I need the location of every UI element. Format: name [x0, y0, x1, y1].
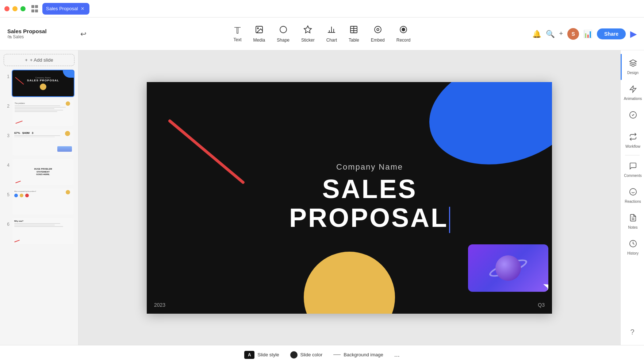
- notification-button[interactable]: 🔔: [532, 30, 541, 38]
- workflow-icon: [629, 133, 637, 143]
- slide-1-inner: Company Name SALES PROPOSAL: [12, 70, 74, 96]
- slide-6-thumbnail[interactable]: Why now?: [12, 217, 74, 245]
- table-tool[interactable]: Table: [349, 25, 359, 43]
- slide-title-text: SALES PROPOSAL: [268, 175, 471, 233]
- background-image-item[interactable]: Background image: [333, 352, 383, 357]
- sidebar-item-reactions[interactable]: Reactions: [621, 183, 644, 209]
- bottom-bar: A Slide style Slide color Background ima…: [0, 345, 644, 364]
- slide-2-thumbnail[interactable]: The problem: [12, 99, 74, 127]
- sidebar-item-check[interactable]: [621, 106, 644, 128]
- svg-point-11: [375, 26, 381, 33]
- slide-6-number: 6: [4, 222, 9, 227]
- slide-3-inner: 67% $40M 3: [12, 129, 74, 155]
- embed-tool[interactable]: Embed: [371, 25, 385, 43]
- chart-icon: [327, 25, 336, 36]
- top-bar: Sales Proposal ×: [0, 0, 644, 18]
- undo-section: ↩: [80, 30, 87, 38]
- window-controls: [4, 6, 26, 11]
- undo-button[interactable]: ↩: [80, 30, 87, 38]
- slide-5-number: 5: [4, 192, 9, 197]
- sidebar-item-comments[interactable]: Comments: [621, 157, 644, 183]
- slide-1-wrap: 1 Company Name SALES PROPOSAL: [4, 70, 74, 97]
- reactions-label: Reactions: [625, 200, 641, 204]
- sticker-icon: [303, 25, 312, 36]
- text-tool[interactable]: 𝕋 Text: [234, 26, 242, 42]
- slide-1-thumbnail[interactable]: Company Name SALES PROPOSAL: [12, 70, 74, 97]
- media-icon: [255, 25, 264, 36]
- sidebar-item-workflow[interactable]: Workflow: [621, 128, 644, 154]
- sidebar-item-design[interactable]: Design: [621, 54, 644, 80]
- slide-4-number: 4: [4, 163, 9, 168]
- slide-canvas[interactable]: Company Name SALES PROPOSAL ➤ 2023 Q3: [147, 82, 552, 314]
- slide-year: 2023: [154, 302, 165, 308]
- add-slide-icon: +: [25, 57, 28, 63]
- background-image-label: Background image: [344, 352, 383, 357]
- embed-icon: [373, 25, 382, 36]
- document-title: Sales Proposal: [7, 28, 47, 34]
- planet-body: [495, 255, 521, 281]
- record-icon: [399, 25, 408, 36]
- document-subtitle: 🛍 Sales: [7, 34, 47, 39]
- slide-1-yellow-circle: [40, 84, 46, 90]
- slide-style-badge: A: [244, 351, 254, 359]
- media-label: Media: [253, 38, 265, 43]
- chart-tool[interactable]: Chart: [326, 25, 337, 43]
- slide-style-item[interactable]: A Slide style: [244, 351, 279, 359]
- slide-quarter: Q3: [538, 302, 545, 308]
- right-sidebar: Design Animations Workflow Comments: [620, 50, 644, 345]
- text-icon: 𝕋: [234, 26, 241, 36]
- play-button[interactable]: ▶: [630, 29, 637, 39]
- shape-label: Shape: [277, 38, 290, 43]
- company-name-text: Company Name: [268, 162, 471, 172]
- record-tool[interactable]: Record: [396, 25, 411, 43]
- animations-label: Animations: [624, 97, 642, 101]
- shape-tool[interactable]: Shape: [277, 25, 290, 43]
- grid-icon[interactable]: [31, 5, 39, 13]
- media-tool[interactable]: Media: [253, 25, 265, 43]
- planet-sticker[interactable]: ➤: [468, 244, 548, 292]
- slide-2-inner: The problem: [12, 100, 74, 126]
- sidebar-divider-1: [625, 155, 640, 155]
- slide-4-thumbnail[interactable]: HUGE PROBLEMSTATEMENTGOES HERE.: [12, 158, 74, 186]
- analytics-button[interactable]: 📊: [583, 30, 593, 38]
- share-button[interactable]: Share: [597, 28, 626, 39]
- svg-point-16: [629, 189, 636, 195]
- svg-point-2: [280, 26, 287, 33]
- slide-3-number: 3: [4, 133, 9, 138]
- slide-3-thumbnail[interactable]: 67% $40M 3: [12, 129, 74, 156]
- help-button[interactable]: ?: [625, 323, 639, 341]
- svg-point-1: [257, 28, 258, 29]
- cursor-line: [449, 207, 450, 233]
- add-button[interactable]: +: [559, 30, 563, 38]
- close-tab-button[interactable]: ×: [81, 5, 84, 12]
- document-info: Sales Proposal 🛍 Sales: [7, 28, 47, 39]
- minimize-window-control[interactable]: [12, 6, 18, 11]
- more-options-button[interactable]: ...: [394, 351, 400, 359]
- sticker-label: Sticker: [301, 38, 315, 43]
- slide-5-thumbnail[interactable]: Who is impacted by this problem?: [12, 188, 74, 215]
- check-icon: [629, 111, 637, 121]
- toolbar-right: 🔔 🔍 + S 📊 Share ▶: [532, 28, 637, 40]
- close-window-control[interactable]: [4, 6, 9, 11]
- search-button[interactable]: 🔍: [546, 30, 555, 38]
- record-label: Record: [396, 38, 411, 43]
- slide-1-blue-decor: [63, 70, 74, 78]
- slide-2-wrap: 2 The problem: [4, 99, 74, 127]
- sidebar-item-animations[interactable]: Animations: [621, 80, 644, 106]
- slide-color-item[interactable]: Slide color: [290, 351, 323, 359]
- sticker-tool[interactable]: Sticker: [301, 25, 315, 43]
- reactions-icon: [629, 188, 637, 198]
- svg-point-14: [402, 28, 405, 31]
- maximize-window-control[interactable]: [20, 6, 26, 11]
- slide-color-dot: [290, 351, 298, 359]
- sidebar-item-notes[interactable]: Notes: [621, 209, 644, 235]
- document-tab[interactable]: Sales Proposal ×: [42, 3, 89, 15]
- slide-6-inner: Why now?: [12, 218, 74, 244]
- slide-1-number: 1: [4, 74, 9, 79]
- slide-1-red-line: [15, 77, 24, 85]
- sidebar-item-history[interactable]: History: [621, 235, 644, 260]
- embed-label: Embed: [371, 38, 385, 43]
- design-label: Design: [627, 71, 639, 75]
- add-slide-button[interactable]: + + Add slide: [4, 54, 74, 66]
- slide-6-wrap: 6 Why now?: [4, 217, 74, 245]
